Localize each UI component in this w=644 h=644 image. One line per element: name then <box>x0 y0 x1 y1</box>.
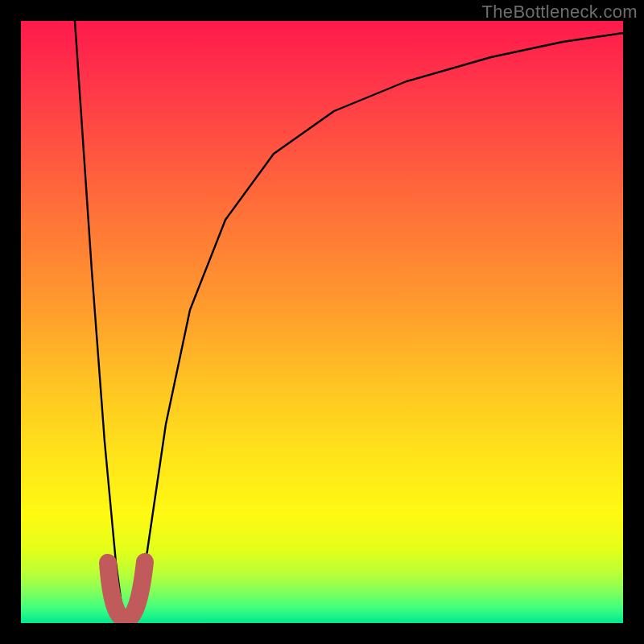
gradient-background <box>21 21 623 623</box>
watermark-text: TheBottleneck.com <box>482 2 638 23</box>
chart-frame: TheBottleneck.com <box>0 0 644 644</box>
plot-area <box>21 21 623 623</box>
